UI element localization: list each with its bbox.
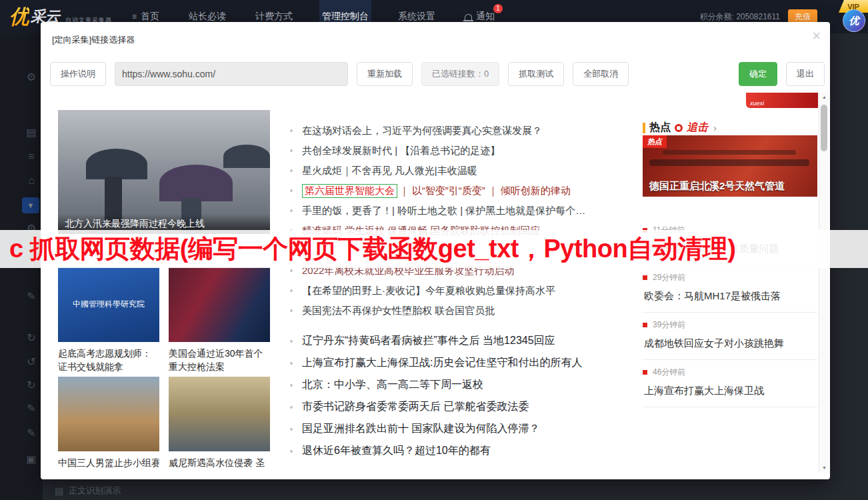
news-thumbnail: 中國管理科學研究院 [58,267,159,342]
news-list-primary: 在这场对话会上，习近平为何强调要真心实意谋发展？ 共创全球发展新时代 | 【沿着… [290,121,663,321]
hot-news-item[interactable]: 39分钟前 成都地铁回应女子对小孩跳艳舞 [643,313,817,360]
news-link[interactable]: 北京：中小学、高一高二等下周一返校 [290,374,663,396]
nav-item-label: 系统设置 [398,11,435,23]
news-link-text: 美国宪法不再保护女性堕胎权 联合国官员批 [302,305,495,317]
scroll-down-icon[interactable]: ▼ [819,463,829,473]
news-timestamp: 46分钟前 [653,367,685,378]
photo-caption: 美国会通过近30年首个重大控枪法案 [169,347,270,374]
scrollbar-thumb[interactable] [821,105,827,151]
news-link[interactable]: 美国宪法不再保护女性堕胎权 联合国官员批 [290,301,663,321]
news-link[interactable]: 上海宣布打赢大上海保卫战:历史会记住坚守和付出的所有人 [290,352,663,374]
news-timestamp: 29分钟前 [653,272,685,283]
close-icon[interactable]: × [812,29,821,43]
corner-logo: 优 [843,9,865,32]
notification-badge: 1 [493,4,503,13]
hot-news-title: 欧委会：马航MH17是被俄击落 [644,290,817,303]
bullet-icon [290,406,293,409]
hot-news-item[interactable]: 46分钟前 上海宣布打赢大上海保卫战 [643,360,817,407]
confirm-button[interactable]: 确定 [739,62,777,86]
bullet-icon [290,209,293,212]
nav-item-label: 计费方式 [255,11,293,23]
bullet-icon [290,384,293,387]
nav-item-label: 首页 [141,11,159,23]
nav-item-label: 站长必读 [189,11,226,23]
bullet-icon [290,149,293,152]
news-link-text: 退休近6年被查算久吗？超过10年的都有 [302,444,491,458]
news-link-text: 在这场对话会上，习近平为何强调要真心实意谋发展？ [302,125,542,137]
embedded-webpage: xuexi 北方入汛来最强降雨过程今晚上线 中國管理科學研究院 起底高考志愿规划… [58,93,818,473]
thumbnail-label: 中國管理科學研究院 [67,298,150,311]
bullet-icon [290,340,293,343]
news-thumbnail [169,267,270,342]
news-link-text: 辽宁丹东“持黄码者看病被拦”事件之后 当地12345回应 [302,334,555,348]
news-list-major: 辽宁丹东“持黄码者看病被拦”事件之后 当地12345回应 上海宣布打赢大上海保卫… [290,330,663,462]
news-link-text: 共创全球发展新时代 | 【沿着总书记的足迹】 [302,145,500,157]
news-link[interactable]: 市委书记跻身省委常委两天后 已掌舵省委政法委 [290,396,663,418]
bullet-icon [290,169,293,172]
news-thumbnail [58,377,159,451]
cancel-all-button[interactable]: 全部取消 [573,62,629,86]
url-input[interactable] [115,62,348,86]
menu-lines-icon: ≡ [132,12,137,21]
news-link[interactable]: 第六届世界智能大会 ｜ 以“智变”引“质变” ｜ 倾听创新的律动 [290,181,663,201]
hot-section-header[interactable]: 热点 追击 › [643,121,717,135]
dialog-toolbar: 操作说明 重新加载 已选链接数：0 抓取测试 全部取消 确定 退出 [50,61,825,87]
square-bullet-icon [643,370,647,375]
exit-button[interactable]: 退出 [786,62,825,86]
bullet-icon [290,289,293,292]
hot-label-badge: 热点 [643,135,667,148]
news-timestamp: 39分钟前 [653,319,685,331]
news-link[interactable]: 手里的饭，更香了！| 聆听土地之歌 | 保护黑土地就是保护每个… [290,201,663,221]
promo-banner[interactable]: xuexi [746,93,818,108]
bullet-icon [290,309,293,312]
news-link[interactable]: 在这场对话会上，习近平为何强调要真心实意谋发展？ [290,121,663,141]
bullet-icon [290,269,293,272]
umbrella-shape [86,149,147,179]
photo-caption: 起底高考志愿规划师：证书交钱就能拿 [58,347,159,374]
dialog-title: [定向采集]链接选择器 [52,34,135,46]
scrollbar[interactable]: ▲ ▼ [819,93,829,473]
target-icon [675,124,683,132]
hot-news-item[interactable]: 29分钟前 欧委会：马航MH17是被俄击落 [643,265,817,313]
watermark-text: c 抓取网页数据(编写一个网页下载函数get_txt，Python自动清理) [9,232,735,266]
news-link[interactable]: 退休近6年被查算久吗？超过10年的都有 [290,440,663,462]
news-link-text: 国足亚洲排名跌出前十 国家队建设为何陷入停滞？ [302,422,539,436]
news-link-text: 北京：中小学、高一高二等下周一返校 [302,378,483,392]
bullet-icon [290,189,293,192]
news-link[interactable]: 共创全球发展新时代 | 【沿着总书记的足迹】 [290,141,663,161]
news-link[interactable]: 【在希望的田野上·麦收记】今年夏粮收购总量保持高水平 [290,281,663,301]
bullet-icon [290,129,293,132]
points-balance: 积分余额: 2050821611 [699,11,780,23]
news-thumbnail [169,377,270,451]
photo-news-card[interactable]: 中國管理科學研究院 起底高考志愿规划师：证书交钱就能拿 [58,267,159,374]
help-button[interactable]: 操作说明 [50,62,106,86]
watermark-banner: c 抓取网页数据(编写一个网页下载函数get_txt，Python自动清理) [0,230,868,268]
pipeline-shape [663,150,796,155]
capture-test-button[interactable]: 抓取测试 [508,62,564,86]
news-link-text: 【在希望的田野上·麦收记】今年夏粮收购总量保持高水平 [302,285,555,297]
hot-title: 热点 [649,121,671,135]
selected-count-badge: 已选链接数：0 [421,62,499,86]
news-link[interactable]: 辽宁丹东“持黄码者看病被拦”事件之后 当地12345回应 [290,330,663,352]
photo-caption: 中国三人男篮止步小组赛 [58,456,159,469]
photo-news-card[interactable]: 美国会通过近30年首个重大控枪法案 [169,267,270,374]
news-link[interactable]: 星火成炬｜不舍再见 凡人微光|丰收温暖 [290,161,663,181]
reload-button[interactable]: 重新加载 [357,62,413,86]
square-bullet-icon [643,323,647,327]
news-link[interactable]: 国足亚洲排名跌出前十 国家队建设为何陷入停滞？ [290,418,663,440]
featured-news-card[interactable]: 热点 德国正重启北溪2号天然气管道 [643,135,817,197]
featured-caption: 德国正重启北溪2号天然气管道 [649,180,785,193]
photo-news-card[interactable]: 威尼斯遇高水位侵袭 圣 [169,377,270,469]
news-link-text: 星火成炬｜不舍再见 凡人微光|丰收温暖 [302,165,477,177]
bullet-icon [290,428,293,431]
umbrella-shape [223,145,270,168]
hot-news-title: 上海宣布打赢大上海保卫战 [644,385,817,397]
selected-link-highlight: 第六届世界智能大会 [302,184,397,198]
bullet-icon [290,362,293,365]
photo-news-card[interactable]: 中国三人男篮止步小组赛 [58,377,159,469]
scroll-up-icon[interactable]: ▲ [819,93,829,102]
news-link-text: 上海宣布打赢大上海保卫战:历史会记住坚守和付出的所有人 [302,356,582,370]
section-bar-icon [643,123,645,133]
main-news-photo[interactable]: 北方入汛来最强降雨过程今晚上线 [58,110,270,234]
bell-icon [465,14,472,20]
